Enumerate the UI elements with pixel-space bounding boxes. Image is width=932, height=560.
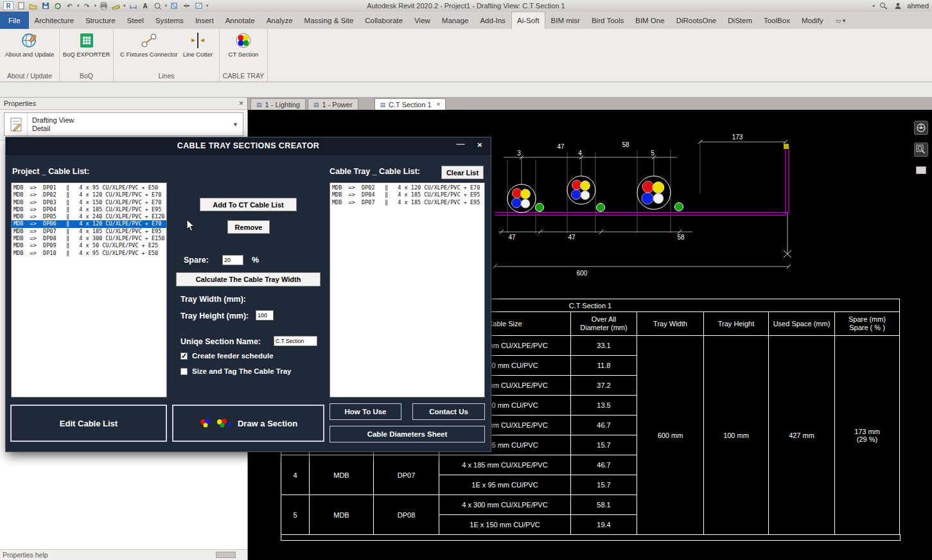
text-icon[interactable]: A	[141, 1, 150, 10]
tag-dropdown-icon[interactable]: ▾	[165, 3, 168, 8]
undo-dropdown-icon[interactable]: ▾	[77, 3, 80, 8]
panel-label[interactable]: CABLE TRAY	[220, 71, 267, 82]
cable-list-item[interactable]: MDB => DP02 ‖ 4 x 120 CU/XLPE/PVC + E70	[12, 191, 166, 198]
redo-dropdown-icon[interactable]: ▾	[94, 3, 97, 8]
section-name-input[interactable]	[274, 336, 317, 346]
how-to-use-button[interactable]: How To Use	[330, 403, 401, 420]
tab-structure[interactable]: Structure	[80, 12, 121, 29]
close-icon[interactable]: ×	[239, 99, 243, 108]
tab-ai-soft[interactable]: Ai-Soft	[511, 12, 545, 29]
checkbox-unchecked-icon[interactable]	[180, 368, 188, 375]
tab-annotate[interactable]: Annotate	[220, 12, 261, 29]
type-selector[interactable]: Drafting View Detail ▼	[4, 112, 243, 136]
new-file-icon[interactable]	[16, 1, 26, 10]
size-and-tag-checkbox[interactable]: Size and Tag The Cable Tray	[180, 367, 291, 375]
cable-group-5[interactable]	[637, 176, 683, 211]
cable-list-item[interactable]: MDB => DP08 ‖ 4 x 300 CU/XLPE/PVC + E150	[12, 235, 166, 242]
cable-group-3[interactable]	[507, 184, 544, 213]
cable-list-item[interactable]: MDB => DP05 ‖ 4 x 240 CU/XLPE/PVC + E120	[12, 213, 166, 220]
draw-a-section-button[interactable]: Draw a Section	[172, 405, 324, 442]
navbar-collapse-icon[interactable]	[916, 166, 926, 174]
aligned-dimension-icon[interactable]	[128, 1, 138, 10]
tab-dirootsone[interactable]: DiRootsOne	[671, 12, 723, 29]
clear-list-button[interactable]: Clear List	[441, 166, 484, 179]
measure-icon[interactable]	[111, 1, 121, 10]
tab-architecture[interactable]: Architecture	[29, 12, 80, 29]
tab-bim-misr[interactable]: BIM misr	[545, 12, 586, 29]
sync-icon[interactable]	[53, 1, 62, 10]
tab-modify[interactable]: Modify	[796, 12, 829, 29]
ct-section-button[interactable]: CT Section	[227, 31, 261, 58]
print-icon[interactable]	[99, 1, 109, 10]
tab-collaborate[interactable]: Collaborate	[359, 12, 409, 29]
zoom-tool-icon[interactable]	[914, 143, 928, 157]
view-tab-lighting[interactable]: ▤ 1 - Lighting	[251, 98, 306, 110]
project-cable-list[interactable]: MDB => DP01 ‖ 4 x 95 CU/XLPE/PVC + E50 M…	[11, 182, 167, 398]
contact-us-button[interactable]: Contact Us	[412, 403, 485, 420]
calculate-tray-width-button[interactable]: Calculate The Cable Tray Width	[176, 272, 321, 286]
cable-list-item[interactable]: MDB => DP10 ‖ 4 x 95 CU/XLPE/PVC + E50	[12, 250, 166, 257]
cable-list-item[interactable]: MDB => DP04 ‖ 4 x 185 CU/XLPE/PVC + E95	[330, 191, 484, 198]
cable-list-item[interactable]: MDB => DP09 ‖ 4 x 50 CU/XLPE/PVC + E25	[12, 242, 166, 249]
view-tab-power[interactable]: ▤ 1 - Power	[308, 98, 358, 110]
cable-list-item[interactable]: MDB => DP07 ‖ 4 x 185 CU/XLPE/PVC + E95	[12, 228, 166, 235]
add-to-ct-cable-list-button[interactable]: Add To CT Cable List	[200, 198, 297, 211]
revit-logo-icon[interactable]: R	[3, 1, 13, 10]
cable-list-item[interactable]: MDB => DP02 ‖ 4 x 120 CU/XLPE/PVC + E70	[330, 184, 484, 191]
boq-exporter-button[interactable]: BoQ EXPORTER	[61, 31, 112, 58]
panel-label[interactable]: Lines	[114, 71, 219, 82]
about-and-update-button[interactable]: About and Update	[3, 31, 57, 58]
tab-distem[interactable]: DiStem	[722, 12, 758, 29]
horizontal-scrollbar[interactable]	[216, 552, 236, 558]
spare-input[interactable]	[222, 255, 243, 265]
section-icon[interactable]	[182, 1, 191, 10]
tray-grip[interactable]	[784, 144, 789, 149]
view-tab-ct-section[interactable]: ▤ C.T Section 1 ×	[374, 98, 446, 110]
signed-in-user[interactable]: ahmed	[907, 2, 929, 10]
tag-icon[interactable]	[153, 1, 163, 10]
tab-file[interactable]: File	[0, 12, 29, 29]
remove-button[interactable]: Remove	[227, 220, 270, 234]
tab-systems[interactable]: Systems	[150, 12, 189, 29]
cable-list-item[interactable]: MDB => DP03 ‖ 4 x 150 CU/XLPE/PVC + E70	[12, 199, 166, 206]
open-folder-icon[interactable]	[28, 1, 38, 10]
tab-steel[interactable]: Steel	[121, 12, 150, 29]
tray-height-input[interactable]	[256, 310, 274, 320]
redo-icon[interactable]: ↷	[82, 1, 92, 10]
tab-view[interactable]: View	[409, 12, 436, 29]
line-cutter-button[interactable]: Line Cutter	[181, 31, 215, 58]
properties-help-link[interactable]: Properties help	[3, 551, 48, 559]
tab-bim-one[interactable]: BIM One	[629, 12, 670, 29]
cable-group-4[interactable]	[567, 176, 605, 212]
save-icon[interactable]	[40, 1, 50, 10]
customize-qat-icon[interactable]: ▾	[206, 3, 209, 8]
create-feeder-schedule-checkbox[interactable]: Create feeder schedule	[180, 352, 274, 360]
collapse-search-icon[interactable]: ◂	[872, 3, 875, 8]
cable-list-item[interactable]: MDB => DP01 ‖ 4 x 95 CU/XLPE/PVC + E50	[12, 184, 166, 191]
search-icon[interactable]	[879, 1, 888, 10]
minimize-icon[interactable]: —	[457, 139, 465, 148]
edit-cable-list-button[interactable]: Edit Cable List	[10, 405, 167, 442]
default-3d-view-icon[interactable]	[170, 1, 179, 10]
cable-list-item[interactable]: MDB => DP07 ‖ 4 x 185 CU/XLPE/PVC + E95	[330, 199, 484, 206]
ct-cable-list[interactable]: MDB => DP02 ‖ 4 x 120 CU/XLPE/PVC + E70 …	[330, 182, 485, 398]
ribbon-display-toggle-icon[interactable]: ▭ ▾	[832, 12, 850, 29]
c-fixtures-connector-button[interactable]: C Fixtures Connector	[118, 31, 180, 58]
close-icon[interactable]: ×	[437, 101, 441, 108]
thin-lines-icon[interactable]	[194, 1, 204, 10]
cable-list-item[interactable]: MDB => DP04 ‖ 4 x 185 CU/XLPE/PVC + E95	[12, 206, 166, 213]
undo-icon[interactable]: ↶	[65, 1, 75, 10]
checkbox-checked-icon[interactable]	[180, 353, 188, 360]
tab-insert[interactable]: Insert	[189, 12, 220, 29]
tab-add-ins[interactable]: Add-Ins	[474, 12, 511, 29]
tab-analyze[interactable]: Analyze	[261, 12, 299, 29]
tab-bird-tools[interactable]: Bird Tools	[586, 12, 629, 29]
panel-label[interactable]: BoQ	[60, 71, 113, 82]
steering-wheel-icon[interactable]	[914, 121, 928, 135]
tab-manage[interactable]: Manage	[436, 12, 475, 29]
tab-massing-site[interactable]: Massing & Site	[299, 12, 360, 29]
chevron-down-icon[interactable]: ▼	[228, 121, 243, 128]
cable-list-item-selected[interactable]: MDB => DP06 ‖ 4 x 120 CU/XLPE/PVC + E70	[12, 220, 166, 227]
tab-toolbox[interactable]: ToolBox	[758, 12, 796, 29]
close-icon[interactable]: ×	[477, 140, 482, 150]
